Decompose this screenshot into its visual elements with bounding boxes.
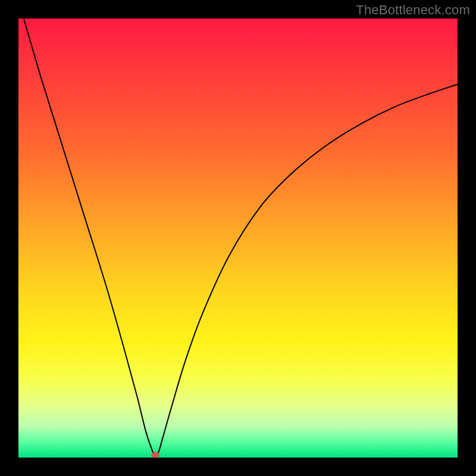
watermark-text: TheBottleneck.com — [356, 2, 470, 18]
optimal-point-marker — [151, 452, 159, 458]
chart-svg — [0, 0, 476, 476]
chart-frame: TheBottleneck.com — [0, 0, 476, 476]
plot-background — [18, 18, 458, 458]
